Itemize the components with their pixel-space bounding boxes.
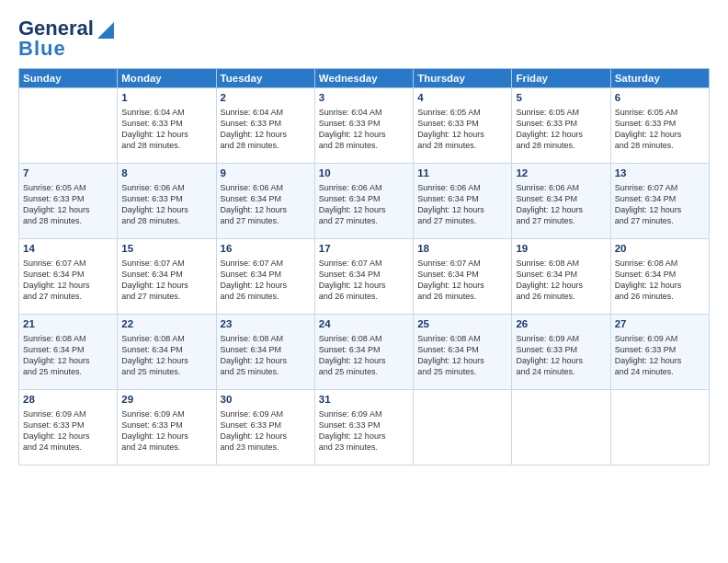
- day-number: 30: [221, 393, 311, 408]
- day-info: Sunrise: 6:08 AM Sunset: 6:34 PM Dayligh…: [417, 333, 507, 378]
- day-info: Sunrise: 6:09 AM Sunset: 6:33 PM Dayligh…: [615, 333, 705, 378]
- day-number: 12: [516, 167, 606, 181]
- calendar-cell: 16Sunrise: 6:07 AM Sunset: 6:34 PM Dayli…: [216, 239, 314, 315]
- day-number: 11: [417, 167, 507, 181]
- day-number: 27: [615, 317, 705, 332]
- day-number: 4: [417, 91, 507, 106]
- logo: General Blue: [18, 17, 114, 61]
- calendar-cell: [610, 390, 709, 465]
- day-number: 31: [319, 393, 409, 408]
- day-number: 18: [417, 242, 507, 257]
- day-number: 19: [516, 242, 606, 257]
- day-number: 6: [615, 91, 705, 106]
- calendar-cell: [414, 390, 512, 465]
- day-number: 5: [516, 91, 606, 106]
- col-header-thursday: Thursday: [414, 69, 512, 88]
- day-info: Sunrise: 6:04 AM Sunset: 6:33 PM Dayligh…: [121, 107, 211, 152]
- day-info: Sunrise: 6:07 AM Sunset: 6:34 PM Dayligh…: [121, 258, 211, 303]
- day-info: Sunrise: 6:08 AM Sunset: 6:34 PM Dayligh…: [615, 258, 705, 303]
- calendar-cell: 9Sunrise: 6:06 AM Sunset: 6:34 PM Daylig…: [216, 164, 314, 239]
- calendar-table: SundayMondayTuesdayWednesdayThursdayFrid…: [18, 68, 710, 465]
- header: General Blue: [18, 17, 710, 61]
- day-number: 16: [221, 242, 311, 257]
- day-info: Sunrise: 6:09 AM Sunset: 6:33 PM Dayligh…: [221, 408, 311, 454]
- day-info: Sunrise: 6:08 AM Sunset: 6:34 PM Dayligh…: [516, 258, 606, 303]
- calendar-cell: 17Sunrise: 6:07 AM Sunset: 6:34 PM Dayli…: [314, 239, 413, 315]
- calendar-cell: 24Sunrise: 6:08 AM Sunset: 6:34 PM Dayli…: [314, 315, 413, 390]
- col-header-saturday: Saturday: [610, 69, 709, 88]
- calendar-cell: 29Sunrise: 6:09 AM Sunset: 6:33 PM Dayli…: [118, 390, 216, 465]
- day-info: Sunrise: 6:07 AM Sunset: 6:34 PM Dayligh…: [417, 258, 507, 303]
- day-info: Sunrise: 6:08 AM Sunset: 6:34 PM Dayligh…: [121, 333, 211, 378]
- day-number: 25: [417, 317, 507, 332]
- day-info: Sunrise: 6:08 AM Sunset: 6:34 PM Dayligh…: [23, 333, 113, 378]
- day-info: Sunrise: 6:06 AM Sunset: 6:34 PM Dayligh…: [417, 182, 507, 227]
- day-number: 22: [121, 317, 211, 332]
- col-header-sunday: Sunday: [19, 69, 118, 88]
- calendar-cell: 22Sunrise: 6:08 AM Sunset: 6:34 PM Dayli…: [118, 315, 216, 390]
- day-info: Sunrise: 6:06 AM Sunset: 6:34 PM Dayligh…: [516, 182, 606, 227]
- calendar-cell: 10Sunrise: 6:06 AM Sunset: 6:34 PM Dayli…: [314, 164, 413, 239]
- day-info: Sunrise: 6:09 AM Sunset: 6:33 PM Dayligh…: [516, 333, 606, 378]
- day-number: 9: [221, 167, 311, 181]
- calendar-cell: 8Sunrise: 6:06 AM Sunset: 6:33 PM Daylig…: [118, 164, 216, 239]
- day-info: Sunrise: 6:06 AM Sunset: 6:34 PM Dayligh…: [221, 182, 311, 227]
- calendar-cell: 21Sunrise: 6:08 AM Sunset: 6:34 PM Dayli…: [19, 315, 118, 390]
- col-header-friday: Friday: [512, 69, 610, 88]
- page: General Blue SundayMondayTuesdayWednesda…: [0, 0, 728, 563]
- day-info: Sunrise: 6:08 AM Sunset: 6:34 PM Dayligh…: [221, 333, 311, 378]
- day-number: 21: [23, 317, 113, 332]
- day-info: Sunrise: 6:07 AM Sunset: 6:34 PM Dayligh…: [319, 258, 409, 303]
- calendar-cell: 31Sunrise: 6:09 AM Sunset: 6:33 PM Dayli…: [314, 390, 413, 465]
- day-info: Sunrise: 6:09 AM Sunset: 6:33 PM Dayligh…: [23, 408, 113, 454]
- calendar-cell: 1Sunrise: 6:04 AM Sunset: 6:33 PM Daylig…: [118, 88, 216, 164]
- col-header-wednesday: Wednesday: [314, 69, 413, 88]
- calendar-cell: [19, 88, 118, 164]
- calendar-cell: 15Sunrise: 6:07 AM Sunset: 6:34 PM Dayli…: [118, 239, 216, 315]
- calendar-cell: 27Sunrise: 6:09 AM Sunset: 6:33 PM Dayli…: [610, 315, 709, 390]
- day-info: Sunrise: 6:04 AM Sunset: 6:33 PM Dayligh…: [319, 107, 409, 152]
- calendar-cell: 28Sunrise: 6:09 AM Sunset: 6:33 PM Dayli…: [19, 390, 118, 465]
- calendar-cell: 14Sunrise: 6:07 AM Sunset: 6:34 PM Dayli…: [19, 239, 118, 315]
- calendar-cell: 30Sunrise: 6:09 AM Sunset: 6:33 PM Dayli…: [216, 390, 314, 465]
- day-info: Sunrise: 6:07 AM Sunset: 6:34 PM Dayligh…: [615, 182, 705, 227]
- calendar-cell: 6Sunrise: 6:05 AM Sunset: 6:33 PM Daylig…: [610, 88, 709, 164]
- calendar-cell: 26Sunrise: 6:09 AM Sunset: 6:33 PM Dayli…: [512, 315, 610, 390]
- day-number: 3: [319, 91, 409, 106]
- day-number: 28: [23, 393, 113, 408]
- day-number: 29: [121, 393, 211, 408]
- calendar-cell: 12Sunrise: 6:06 AM Sunset: 6:34 PM Dayli…: [512, 164, 610, 239]
- calendar-cell: 3Sunrise: 6:04 AM Sunset: 6:33 PM Daylig…: [314, 88, 413, 164]
- day-number: 7: [23, 167, 113, 181]
- calendar-cell: 5Sunrise: 6:05 AM Sunset: 6:33 PM Daylig…: [512, 88, 610, 164]
- calendar-cell: 20Sunrise: 6:08 AM Sunset: 6:34 PM Dayli…: [610, 239, 709, 315]
- day-number: 20: [615, 242, 705, 257]
- day-info: Sunrise: 6:09 AM Sunset: 6:33 PM Dayligh…: [121, 408, 211, 454]
- logo-blue-text: Blue: [18, 37, 66, 61]
- day-info: Sunrise: 6:09 AM Sunset: 6:33 PM Dayligh…: [319, 408, 409, 454]
- logo-triangle-icon: [97, 18, 114, 39]
- day-number: 8: [121, 167, 211, 181]
- day-info: Sunrise: 6:07 AM Sunset: 6:34 PM Dayligh…: [23, 258, 113, 303]
- calendar-cell: 23Sunrise: 6:08 AM Sunset: 6:34 PM Dayli…: [216, 315, 314, 390]
- day-number: 13: [615, 167, 705, 181]
- day-info: Sunrise: 6:05 AM Sunset: 6:33 PM Dayligh…: [417, 107, 507, 152]
- calendar-cell: 4Sunrise: 6:05 AM Sunset: 6:33 PM Daylig…: [414, 88, 512, 164]
- svg-marker-0: [97, 22, 114, 39]
- day-number: 14: [23, 242, 113, 257]
- day-number: 24: [319, 317, 409, 332]
- day-info: Sunrise: 6:05 AM Sunset: 6:33 PM Dayligh…: [516, 107, 606, 152]
- calendar-cell: 19Sunrise: 6:08 AM Sunset: 6:34 PM Dayli…: [512, 239, 610, 315]
- day-number: 10: [319, 167, 409, 181]
- day-info: Sunrise: 6:05 AM Sunset: 6:33 PM Dayligh…: [23, 182, 113, 227]
- calendar-cell: 2Sunrise: 6:04 AM Sunset: 6:33 PM Daylig…: [216, 88, 314, 164]
- col-header-monday: Monday: [118, 69, 216, 88]
- day-info: Sunrise: 6:04 AM Sunset: 6:33 PM Dayligh…: [221, 107, 311, 152]
- day-number: 26: [516, 317, 606, 332]
- day-info: Sunrise: 6:06 AM Sunset: 6:33 PM Dayligh…: [121, 182, 211, 227]
- day-number: 1: [121, 91, 211, 106]
- col-header-tuesday: Tuesday: [216, 69, 314, 88]
- calendar-cell: 7Sunrise: 6:05 AM Sunset: 6:33 PM Daylig…: [19, 164, 118, 239]
- day-number: 15: [121, 242, 211, 257]
- calendar-cell: 25Sunrise: 6:08 AM Sunset: 6:34 PM Dayli…: [414, 315, 512, 390]
